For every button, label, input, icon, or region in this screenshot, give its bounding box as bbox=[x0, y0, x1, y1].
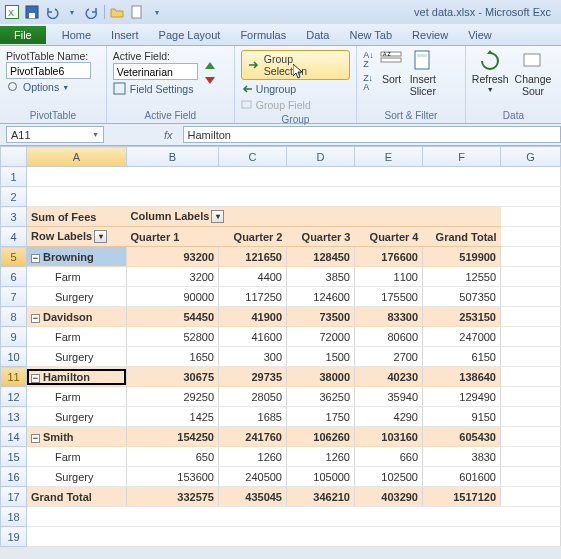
chevron-down-icon[interactable]: ▼ bbox=[92, 131, 99, 138]
cell[interactable]: 1750 bbox=[287, 407, 355, 427]
cell-hamilton-selected[interactable]: −Hamilton bbox=[27, 367, 127, 387]
cell[interactable]: 105000 bbox=[287, 467, 355, 487]
cell[interactable]: 54450 bbox=[127, 307, 219, 327]
row-header[interactable]: 5 bbox=[1, 247, 27, 267]
collapse-icon[interactable]: − bbox=[31, 254, 40, 263]
cell[interactable]: 138640 bbox=[423, 367, 501, 387]
row-header[interactable]: 3 bbox=[1, 207, 27, 227]
row-header[interactable]: 1 bbox=[1, 167, 27, 187]
cell[interactable]: 2700 bbox=[355, 347, 423, 367]
spreadsheet-grid[interactable]: A B C D E F G 1 2 3 Sum of Fees Column L… bbox=[0, 146, 561, 547]
formula-input[interactable]: Hamilton bbox=[183, 126, 561, 143]
row-header[interactable]: 8 bbox=[1, 307, 27, 327]
undo-dropdown-icon[interactable]: ▼ bbox=[64, 4, 80, 20]
tab-home[interactable]: Home bbox=[52, 29, 101, 41]
cell[interactable]: 29735 bbox=[219, 367, 287, 387]
tab-page-layout[interactable]: Page Layout bbox=[149, 29, 231, 41]
field-settings-button[interactable]: Field Settings bbox=[113, 81, 198, 97]
row-header[interactable]: 18 bbox=[1, 507, 27, 527]
col-header-A[interactable]: A bbox=[27, 147, 127, 167]
row-header[interactable]: 2 bbox=[1, 187, 27, 207]
column-filter-icon[interactable]: ▾ bbox=[211, 210, 224, 223]
cell[interactable]: 1500 bbox=[287, 347, 355, 367]
tab-review[interactable]: Review bbox=[402, 29, 458, 41]
tab-view[interactable]: View bbox=[458, 29, 502, 41]
cell[interactable]: 1260 bbox=[219, 447, 287, 467]
cell[interactable]: 103160 bbox=[355, 427, 423, 447]
cell[interactable]: 30675 bbox=[127, 367, 219, 387]
row-header[interactable]: 10 bbox=[1, 347, 27, 367]
cell[interactable]: 1100 bbox=[355, 267, 423, 287]
cell[interactable]: 650 bbox=[127, 447, 219, 467]
cell[interactable]: 38000 bbox=[287, 367, 355, 387]
cell[interactable]: 36250 bbox=[287, 387, 355, 407]
tab-new-tab[interactable]: New Tab bbox=[339, 29, 402, 41]
collapse-icon[interactable]: − bbox=[31, 374, 40, 383]
ungroup-button[interactable]: Ungroup bbox=[241, 82, 350, 96]
cell[interactable]: 73500 bbox=[287, 307, 355, 327]
change-source-button[interactable]: Change Sour bbox=[515, 50, 552, 104]
cell[interactable]: 154250 bbox=[127, 427, 219, 447]
cell-smith[interactable]: −Smith bbox=[27, 427, 127, 447]
sort-az-button[interactable]: A↓Z bbox=[363, 50, 374, 70]
row-header[interactable]: 12 bbox=[1, 387, 27, 407]
col-header-B[interactable]: B bbox=[127, 147, 219, 167]
cell[interactable]: 40230 bbox=[355, 367, 423, 387]
cell[interactable]: 1650 bbox=[127, 347, 219, 367]
select-all-corner[interactable] bbox=[1, 147, 27, 167]
name-box[interactable]: A11 ▼ bbox=[6, 126, 104, 143]
row-header[interactable]: 13 bbox=[1, 407, 27, 427]
cell-browning[interactable]: −Browning bbox=[27, 247, 127, 267]
cell[interactable]: 3850 bbox=[287, 267, 355, 287]
cell[interactable]: 240500 bbox=[219, 467, 287, 487]
tab-file[interactable]: File bbox=[0, 26, 46, 44]
active-field-input[interactable] bbox=[113, 63, 198, 80]
cell[interactable]: 1260 bbox=[287, 447, 355, 467]
cell[interactable]: 128450 bbox=[287, 247, 355, 267]
cell[interactable]: 175500 bbox=[355, 287, 423, 307]
cell[interactable]: 346210 bbox=[287, 487, 355, 507]
cell[interactable]: 332575 bbox=[127, 487, 219, 507]
cell[interactable]: 9150 bbox=[423, 407, 501, 427]
collapse-field-icon[interactable] bbox=[202, 74, 218, 88]
row-header[interactable]: 17 bbox=[1, 487, 27, 507]
tab-data[interactable]: Data bbox=[296, 29, 339, 41]
row-header[interactable]: 19 bbox=[1, 527, 27, 547]
cell[interactable]: 41600 bbox=[219, 327, 287, 347]
cell[interactable]: 403290 bbox=[355, 487, 423, 507]
row-header[interactable]: 11 bbox=[1, 367, 27, 387]
fx-icon[interactable]: fx bbox=[164, 129, 173, 141]
cell[interactable]: 102500 bbox=[355, 467, 423, 487]
options-button[interactable]: Options ▼ bbox=[6, 79, 100, 95]
col-header-G[interactable]: G bbox=[501, 147, 561, 167]
cell[interactable]: 241760 bbox=[219, 427, 287, 447]
expand-field-icon[interactable] bbox=[202, 59, 218, 73]
cell[interactable]: Farm bbox=[27, 327, 127, 347]
cell[interactable]: 72000 bbox=[287, 327, 355, 347]
cell[interactable]: 12550 bbox=[423, 267, 501, 287]
save-icon[interactable] bbox=[24, 4, 40, 20]
insert-slicer-button[interactable]: Insert Slicer bbox=[410, 50, 436, 97]
sort-za-button[interactable]: Z↓A bbox=[363, 73, 374, 93]
cell[interactable]: Surgery bbox=[27, 347, 127, 367]
cell[interactable]: 80600 bbox=[355, 327, 423, 347]
cell[interactable]: 90000 bbox=[127, 287, 219, 307]
cell[interactable]: 4290 bbox=[355, 407, 423, 427]
cell[interactable]: 1425 bbox=[127, 407, 219, 427]
grand-total-label[interactable]: Grand Total bbox=[27, 487, 127, 507]
redo-icon[interactable] bbox=[84, 4, 100, 20]
cell[interactable]: Surgery bbox=[27, 407, 127, 427]
undo-icon[interactable] bbox=[44, 4, 60, 20]
cell[interactable]: 300 bbox=[219, 347, 287, 367]
cell[interactable]: 35940 bbox=[355, 387, 423, 407]
cell[interactable]: Farm bbox=[27, 447, 127, 467]
cell[interactable]: 507350 bbox=[423, 287, 501, 307]
row-filter-icon[interactable]: ▾ bbox=[94, 230, 107, 243]
group-selection-button[interactable]: Group Selection bbox=[241, 50, 350, 80]
cell[interactable]: 93200 bbox=[127, 247, 219, 267]
cell[interactable]: Farm bbox=[27, 387, 127, 407]
col-header-C[interactable]: C bbox=[219, 147, 287, 167]
row-header[interactable]: 6 bbox=[1, 267, 27, 287]
pivot-name-input[interactable] bbox=[6, 62, 91, 79]
row-header[interactable]: 4 bbox=[1, 227, 27, 247]
